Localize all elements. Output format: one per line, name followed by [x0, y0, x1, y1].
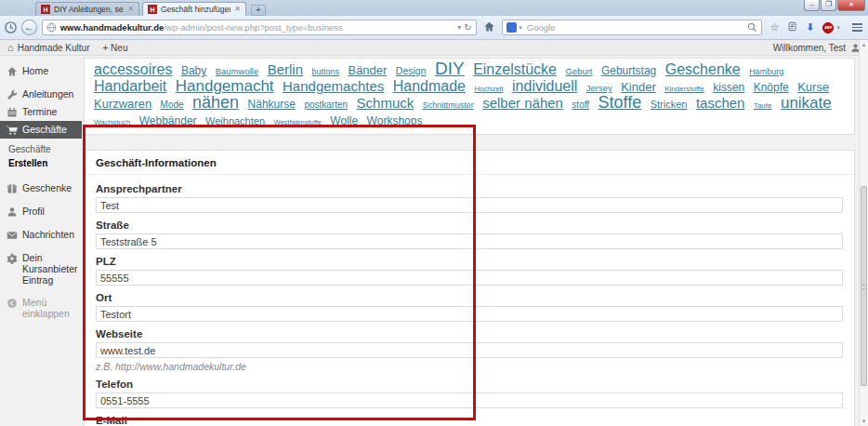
tag-link-accessoires[interactable]: accessoires: [94, 61, 172, 77]
tag-link-diy[interactable]: DIY: [435, 59, 465, 78]
adblock-icon[interactable]: ABP: [822, 22, 834, 33]
tag-link-berlin[interactable]: Berlin: [268, 61, 303, 77]
back-button[interactable]: ←: [21, 20, 37, 35]
maximize-button[interactable]: ❐: [821, 0, 836, 11]
admin-bar-account[interactable]: Willkommen, Test: [773, 43, 861, 53]
tag-link-weihnachten[interactable]: Weihnachten: [205, 115, 265, 126]
form-field-stra-e: Straße: [96, 220, 843, 249]
tag-link-kinder[interactable]: Kinder: [621, 80, 656, 94]
adblock-dropdown-icon[interactable]: ▾: [836, 24, 840, 32]
tag-link-kurzwaren[interactable]: Kurzwaren: [94, 97, 151, 111]
form-title: Geschäft-Informationen: [85, 151, 854, 175]
sidebar-item-men-einklappen[interactable]: Menü einklappen: [0, 294, 82, 322]
tag-link-individuell[interactable]: individuell: [512, 78, 577, 94]
tag-link-schnittmuster[interactable]: Schnittmuster: [423, 100, 474, 110]
tag-link-baumwolle[interactable]: Baumwolle: [216, 66, 258, 76]
tag-link-handgemachtes[interactable]: Handgemachtes: [283, 78, 384, 94]
tag-link-stoffe[interactable]: Stoffe: [598, 93, 642, 112]
url-dropdown-icon[interactable]: ▾: [457, 23, 461, 32]
scrollbar-thumb[interactable]: [861, 186, 867, 386]
ansprechpartner-input[interactable]: [96, 197, 843, 213]
tag-link-kn-pfe[interactable]: Knöpfe: [754, 81, 789, 94]
tag-link-stricken[interactable]: Stricken: [651, 99, 688, 110]
tab-close-icon[interactable]: ✕: [234, 6, 241, 13]
bookmark-star-icon[interactable]: ☆: [769, 22, 779, 33]
browser-tab-2-active[interactable]: H Geschäft hinzufügen - Han... ✕: [142, 2, 246, 16]
bookmarks-icon[interactable]: [787, 21, 797, 33]
tag-link-webb-nder[interactable]: Webbänder: [139, 114, 197, 127]
tag-link-design[interactable]: Design: [396, 65, 427, 76]
tag-link-postkarten[interactable]: postkarten: [304, 100, 348, 110]
tag-link-schmuck[interactable]: Schmuck: [357, 95, 414, 111]
tag-link-b-nder[interactable]: Bänder: [348, 63, 387, 77]
sidebar-item-dein-kursanbieter-eintrag[interactable]: Dein Kursanbieter Eintrag: [0, 249, 82, 288]
tag-link-geburtstag[interactable]: Geburtstag: [601, 64, 656, 77]
scroll-down-icon[interactable]: ▼: [860, 417, 868, 426]
tag-link-taufe[interactable]: Taufe: [754, 101, 772, 110]
tag-link-hamburg[interactable]: Hamburg: [749, 67, 783, 76]
scrollbar[interactable]: ▲ ▼: [859, 40, 868, 426]
tag-link-handmade[interactable]: Handmade: [393, 78, 466, 94]
tag-link-kinderstoffe[interactable]: Kinderstoffe: [664, 85, 704, 93]
browser-tab-1[interactable]: H DIY Anleitungen, selbst ge... ✕: [35, 2, 139, 16]
search-icon[interactable]: [747, 22, 757, 33]
welcome-text: Willkommen, Test: [773, 43, 846, 53]
tag-link-n-hkurse[interactable]: Nähkurse: [248, 98, 296, 111]
telefon-input[interactable]: [96, 393, 843, 408]
history-icon[interactable]: [4, 20, 18, 34]
tag-link-n-hen[interactable]: nähen: [192, 93, 239, 112]
search-input[interactable]: Google: [527, 22, 748, 33]
tag-link-baby[interactable]: Baby: [181, 64, 206, 77]
tag-link-kissen[interactable]: kissen: [713, 81, 744, 94]
sidebar-item-label: Geschäfte: [22, 124, 67, 135]
tag-link-jersey[interactable]: Jersey: [586, 83, 612, 93]
tag-link-buttons[interactable]: buttons: [311, 67, 339, 76]
tag-link-hochzeit[interactable]: Hochzeit: [474, 85, 503, 93]
sidebar-item-gesch-fte[interactable]: Geschäfte: [0, 121, 82, 139]
stra-e-input[interactable]: [96, 233, 843, 249]
scroll-up-icon[interactable]: ▲: [860, 40, 868, 49]
globe-icon: [46, 22, 57, 33]
admin-sidebar: HomeAnleitungenTermineGeschäfteGeschäfte…: [0, 56, 82, 426]
tab-close-icon[interactable]: ✕: [127, 6, 134, 13]
downloads-icon[interactable]: ⬇: [806, 22, 814, 33]
tag-link-wolle[interactable]: Wolle: [330, 114, 358, 127]
tag-link-geburt[interactable]: Geburt: [565, 66, 592, 76]
tag-link-workshops[interactable]: Workshops: [367, 114, 423, 127]
tag-link-westfalenstoffe[interactable]: Westfalenstoffe: [273, 118, 321, 126]
sidebar-item-geschenke[interactable]: Geschenke: [0, 180, 82, 197]
tag-link-unikate[interactable]: unikate: [781, 94, 832, 112]
search-engine-dropdown-icon[interactable]: ▾: [519, 24, 522, 32]
webseite-input[interactable]: [96, 342, 843, 358]
sidebar-item-home[interactable]: Home: [0, 62, 82, 80]
sidebar-subitem-gesch-fte[interactable]: Geschäfte: [8, 142, 82, 156]
tag-link-geschenke[interactable]: Geschenke: [665, 61, 741, 77]
sidebar-item-termine[interactable]: Termine: [0, 103, 82, 121]
browser-home-button[interactable]: [481, 20, 498, 36]
admin-bar-site[interactable]: ⌂ Handmade Kultur: [7, 42, 89, 53]
tag-link-taschen[interactable]: taschen: [696, 95, 745, 111]
admin-bar-new[interactable]: + Neu: [102, 43, 127, 53]
url-bar[interactable]: www.handmadekultur.de /wp-admin/post-new…: [42, 20, 477, 35]
ort-input[interactable]: [96, 306, 843, 322]
tag-link-mode[interactable]: Mode: [161, 100, 184, 110]
new-tab-button[interactable]: +: [251, 5, 266, 16]
search-box[interactable]: ▾ Google: [502, 20, 762, 35]
tag-link-kurse[interactable]: Kurse: [797, 80, 829, 94]
tag-link-wachstuch[interactable]: Wachstuch: [94, 118, 130, 126]
plz-input[interactable]: [96, 270, 843, 286]
sidebar-item-nachrichten[interactable]: Nachrichten: [0, 226, 82, 244]
close-button[interactable]: ×: [837, 0, 865, 11]
reload-icon[interactable]: ↻: [464, 22, 471, 33]
sidebar-item-anleitungen[interactable]: Anleitungen: [0, 86, 82, 103]
menu-icon[interactable]: [852, 23, 862, 32]
sidebar-item-label: Profil: [22, 206, 45, 217]
tag-link-einzelst-cke[interactable]: Einzelstücke: [473, 61, 557, 77]
tag-link-handarbeit[interactable]: Handarbeit: [94, 78, 166, 94]
minimize-button[interactable]: –: [804, 0, 820, 11]
tag-link-stoff[interactable]: stoff: [572, 100, 589, 110]
tag-link-selber-n-hen[interactable]: selber nähen: [482, 95, 563, 111]
search-engine-icon: [506, 22, 517, 33]
sidebar-item-profil[interactable]: Profil: [0, 203, 82, 220]
sidebar-subitem-erstellen[interactable]: Erstellen: [8, 156, 82, 170]
